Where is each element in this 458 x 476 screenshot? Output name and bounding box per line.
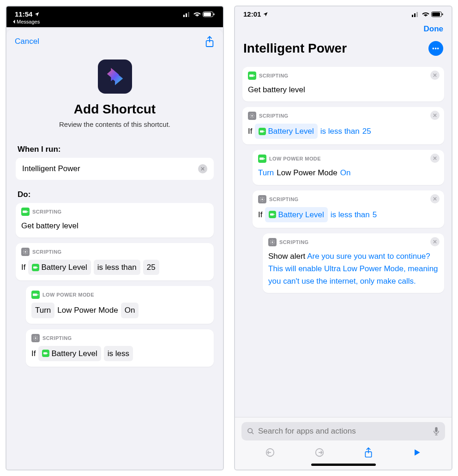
variable-token[interactable]: Battery Level	[265, 207, 327, 222]
condition-token[interactable]: is less than	[94, 260, 140, 275]
gear-icon	[31, 334, 40, 342]
svg-rect-19	[414, 13, 416, 17]
svg-rect-1	[186, 13, 187, 17]
phone-right: 12:01 Done Intelligent Power ••• SCRIPTI…	[234, 6, 452, 470]
home-indicator[interactable]	[311, 464, 376, 466]
more-button[interactable]: •••	[428, 41, 443, 56]
battery-icon	[31, 291, 40, 299]
search-icon	[247, 428, 254, 435]
state-token[interactable]: On	[340, 167, 351, 179]
add-shortcut-title: Add Shortcut	[20, 102, 209, 117]
gear-icon	[268, 238, 277, 246]
do-label: Do:	[6, 184, 223, 203]
svg-rect-9	[27, 211, 28, 213]
state-token[interactable]: On	[121, 303, 139, 318]
toolbar	[241, 440, 445, 463]
cancel-button[interactable]: Cancel	[15, 37, 39, 46]
condition-token[interactable]: is less	[104, 346, 133, 361]
svg-rect-5	[204, 12, 211, 16]
action-card[interactable]: SCRIPTING Get battery level	[16, 203, 214, 238]
clear-name-icon[interactable]	[198, 164, 207, 173]
action-card[interactable]: LOW POWER MODE Turn Low Power Mode On	[253, 150, 444, 184]
delete-action-icon[interactable]	[430, 194, 440, 203]
gear-icon	[21, 248, 30, 256]
action-card[interactable]: LOW POWER MODE Turn Low Power Mode On	[26, 286, 214, 323]
action-card[interactable]: SCRIPTING Get battery level	[242, 67, 444, 101]
mic-icon[interactable]	[433, 427, 440, 435]
svg-rect-8	[23, 210, 27, 213]
action-card[interactable]: SCRIPTING If Battery Level is less than …	[253, 190, 444, 228]
svg-rect-17	[48, 353, 48, 354]
gear-icon	[258, 195, 266, 203]
svg-rect-13	[33, 294, 37, 296]
turn-token[interactable]: Turn	[31, 303, 54, 318]
svg-rect-29	[259, 158, 264, 160]
share-button[interactable]	[205, 36, 215, 48]
battery-icon	[21, 208, 30, 216]
svg-rect-27	[260, 131, 264, 132]
when-i-run-label: When I run:	[6, 139, 223, 158]
svg-point-26	[252, 115, 253, 117]
status-icons	[183, 12, 215, 17]
undo-button[interactable]	[265, 447, 275, 458]
search-field[interactable]	[241, 422, 445, 440]
action-card[interactable]: SCRIPTING If Battery Level is less	[26, 329, 214, 367]
status-time: 11:54	[15, 10, 32, 18]
phone-left: 11:54 Messages Cancel Add Shortcut Revi	[6, 6, 224, 470]
shortcut-name-value: Intelligent Power	[22, 164, 80, 173]
svg-rect-11	[33, 267, 37, 268]
battery-icon	[248, 71, 256, 80]
condition-token[interactable]: is less than	[331, 208, 370, 221]
nav-bar: Cancel	[6, 29, 223, 52]
svg-rect-0	[183, 15, 185, 17]
svg-rect-24	[249, 74, 253, 77]
status-bar: 11:54	[6, 6, 223, 19]
add-shortcut-subtitle: Review the contents of this shortcut.	[20, 120, 209, 128]
condition-token[interactable]: is less than	[320, 125, 360, 137]
redo-button[interactable]	[314, 447, 325, 458]
svg-rect-12	[37, 267, 38, 268]
svg-point-31	[262, 198, 263, 200]
search-input[interactable]	[258, 427, 429, 436]
svg-rect-25	[254, 75, 255, 77]
status-time: 12:01	[243, 10, 261, 18]
svg-rect-28	[264, 131, 265, 132]
svg-rect-36	[435, 427, 437, 432]
svg-rect-18	[412, 15, 413, 17]
value-token[interactable]: 25	[362, 125, 371, 137]
delete-action-icon[interactable]	[430, 71, 440, 80]
svg-rect-2	[188, 12, 189, 17]
share-button[interactable]	[364, 447, 373, 458]
variable-token[interactable]: Battery Level	[38, 346, 101, 361]
back-to-app[interactable]: Messages	[6, 19, 223, 27]
svg-point-15	[35, 337, 36, 339]
value-token[interactable]: 5	[373, 208, 377, 221]
variable-token[interactable]: Battery Level	[255, 124, 317, 139]
done-button[interactable]: Done	[424, 24, 444, 34]
svg-rect-16	[43, 352, 47, 354]
action-card[interactable]: SCRIPTING Show alert Are you sure you wa…	[263, 233, 444, 293]
svg-rect-22	[432, 12, 440, 16]
svg-rect-14	[37, 294, 38, 296]
gear-icon	[248, 112, 256, 120]
svg-point-34	[272, 241, 273, 243]
variable-token[interactable]: Battery Level	[28, 260, 90, 275]
turn-token[interactable]: Turn	[258, 167, 274, 179]
svg-rect-23	[442, 13, 443, 15]
action-body: Get battery level	[21, 220, 208, 232]
status-icons	[412, 12, 443, 17]
svg-point-10	[25, 251, 26, 253]
shortcut-title: Intelligent Power	[243, 41, 347, 56]
shortcuts-app-icon	[98, 60, 132, 94]
run-button[interactable]	[412, 448, 422, 457]
action-card[interactable]: SCRIPTING If Battery Level is less than …	[242, 107, 444, 144]
svg-rect-6	[214, 13, 215, 15]
svg-rect-33	[274, 214, 275, 215]
delete-action-icon[interactable]	[430, 237, 440, 246]
value-token[interactable]: 25	[143, 260, 159, 275]
battery-icon	[258, 155, 266, 163]
action-card[interactable]: SCRIPTING If Battery Level is less than …	[16, 243, 214, 280]
shortcut-name-field[interactable]: Intelligent Power	[16, 158, 214, 180]
location-icon	[34, 12, 40, 17]
svg-rect-30	[264, 158, 265, 160]
